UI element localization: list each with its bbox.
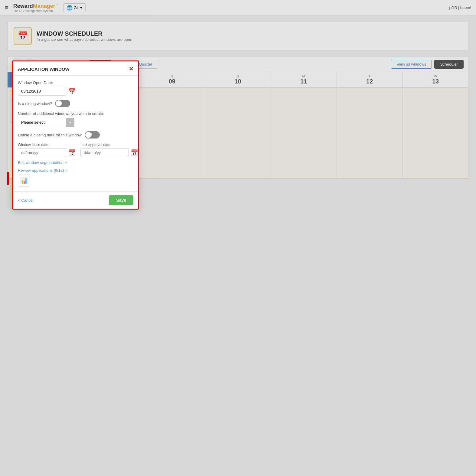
window-close-date-input-group: 📅 xyxy=(18,148,76,157)
dialog-backdrop: APPLICATION WINDOW ✕ Window Open Date: 📅… xyxy=(0,0,476,185)
rolling-toggle-label: NO xyxy=(57,101,62,105)
last-approval-date-label: Last approval date: xyxy=(80,143,138,147)
form-row-open-date: Window Open Date: 📅 xyxy=(18,80,133,96)
dialog-title: APPLICATION WINDOW xyxy=(18,67,70,72)
last-approval-date-input-group: 📅 xyxy=(80,148,138,157)
last-approval-date-cal-icon[interactable]: 📅 xyxy=(131,149,138,156)
additional-windows-select[interactable]: Please select xyxy=(18,118,66,127)
dialog-close-button[interactable]: ✕ xyxy=(129,66,133,72)
edit-segmentation-link[interactable]: Edit window segmentation > xyxy=(18,160,67,165)
form-row-additional: Number of additional windows you wish to… xyxy=(18,111,133,127)
last-approval-date-input[interactable] xyxy=(80,148,129,157)
date-fields-group: Window close date: 📅 Last approval date:… xyxy=(18,143,133,157)
dialog-body: Window Open Date: 📅 Is a rolling window?… xyxy=(13,76,138,185)
rolling-toggle[interactable]: NO xyxy=(55,100,70,107)
last-approval-date-group: Last approval date: 📅 xyxy=(80,143,138,157)
review-applications-row: Review applications (9/12) > xyxy=(18,168,133,173)
rolling-label: Is a rolling window? xyxy=(18,101,52,106)
window-close-date-input[interactable] xyxy=(18,148,66,157)
open-date-input-group: 📅 xyxy=(18,87,133,96)
dialog-header: APPLICATION WINDOW ✕ xyxy=(13,61,138,76)
closing-toggle-label: NO xyxy=(86,132,92,137)
open-date-cal-icon[interactable]: 📅 xyxy=(68,88,76,95)
rolling-toggle-row: Is a rolling window? NO xyxy=(18,100,133,107)
application-window-dialog: APPLICATION WINDOW ✕ Window Open Date: 📅… xyxy=(12,60,139,185)
open-date-input[interactable] xyxy=(18,87,66,96)
review-applications-link[interactable]: Review applications (9/12) > xyxy=(18,168,67,173)
select-arrow-icon[interactable]: ▾ xyxy=(66,118,74,127)
dialog-preview-icon: 📊 xyxy=(18,174,30,185)
window-close-date-cal-icon[interactable]: 📅 xyxy=(68,149,76,156)
window-close-date-group: Window close date: 📅 xyxy=(18,143,76,157)
form-row-rolling: Is a rolling window? NO xyxy=(18,100,133,107)
additional-select-wrap: Please select ▾ xyxy=(18,118,133,127)
window-close-date-label: Window close date: xyxy=(18,143,76,147)
closing-toggle-row: Define a closing date for this window NO xyxy=(18,131,133,139)
form-row-closing: Define a closing date for this window NO xyxy=(18,131,133,139)
closing-label: Define a closing date for this window xyxy=(18,133,82,137)
open-date-label: Window Open Date: xyxy=(18,80,133,85)
edit-segmentation-row: Edit window segmentation > xyxy=(18,160,133,165)
additional-label: Number of additional windows you wish to… xyxy=(18,111,133,116)
closing-toggle[interactable]: NO xyxy=(85,131,100,139)
